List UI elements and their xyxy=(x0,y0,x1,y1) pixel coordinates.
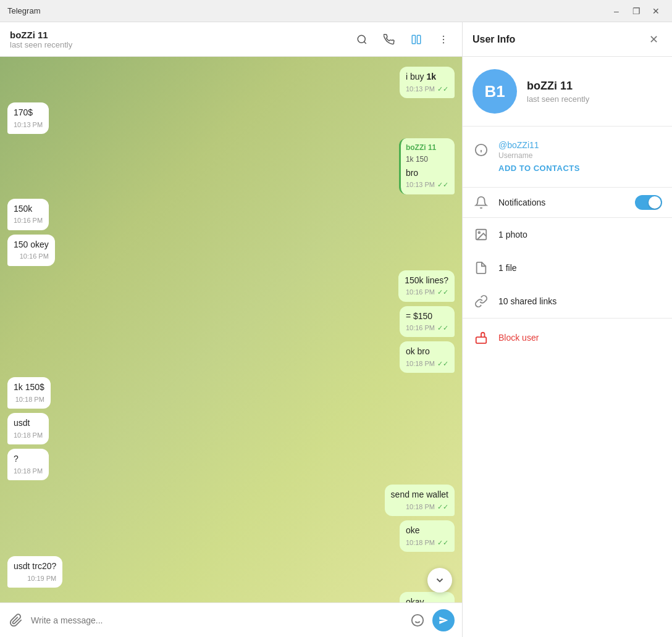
bell-icon xyxy=(472,194,490,211)
links-label: 10 shared links xyxy=(498,296,556,306)
call-icon[interactable] xyxy=(380,31,398,48)
table-row: 150 okey 10:16 PM xyxy=(7,235,455,266)
message-meta: 10:16 PM xyxy=(14,216,43,225)
table-row: 150k 10:16 PM xyxy=(7,199,455,230)
message-time: 10:18 PM xyxy=(14,467,43,476)
block-section: Block user xyxy=(463,318,672,357)
more-icon[interactable] xyxy=(435,31,452,48)
message-time: 10:16 PM xyxy=(20,252,49,261)
profile-details: boZZi 11 last seen recently xyxy=(527,80,589,104)
message-text: send me wallet xyxy=(391,489,448,499)
message-text: i buy 1k xyxy=(406,72,436,81)
message-time: 10:16 PM xyxy=(14,216,43,225)
message-time: 10:16 PM xyxy=(406,288,435,297)
photos-row[interactable]: 1 photo xyxy=(463,218,672,251)
media-section: 1 photo 1 file 10 shared links xyxy=(463,218,672,318)
minimize-button[interactable]: – xyxy=(608,4,625,18)
notifications-toggle[interactable] xyxy=(635,195,662,210)
user-profile-section: B1 boZZi 11 last seen recently xyxy=(463,57,672,127)
message-text: 150k lines? xyxy=(405,275,448,285)
chat-name: boZZi 11 xyxy=(10,30,348,40)
message-bubble: usdt 10:18 PM xyxy=(7,413,49,444)
table-row: i buy 1k 10:13 PM ✓✓ xyxy=(7,67,455,98)
svg-point-14 xyxy=(478,231,480,233)
message-meta: 10:16 PM xyxy=(14,252,49,261)
message-bubble: boZZi 11 1k 150 bro 10:13 PM ✓✓ xyxy=(399,138,455,194)
message-meta: 10:18 PM ✓✓ xyxy=(406,359,448,368)
message-meta: 10:18 PM ✓✓ xyxy=(406,538,448,547)
chat-status: last seen recently xyxy=(10,40,348,49)
message-input[interactable] xyxy=(31,615,403,625)
message-meta: 10:13 PM ✓✓ xyxy=(406,180,448,189)
svg-point-6 xyxy=(443,42,444,43)
message-ticks: ✓✓ xyxy=(437,359,448,368)
link-icon xyxy=(472,293,490,310)
table-row: send me wallet 10:18 PM ✓✓ xyxy=(7,485,455,516)
message-meta: 10:18 PM ✓✓ xyxy=(391,502,448,512)
profile-name: boZZi 11 xyxy=(527,80,589,93)
table-row: = $150 10:16 PM ✓✓ xyxy=(7,306,455,338)
titlebar: Telegram – ❐ ✕ xyxy=(0,0,672,22)
send-button[interactable] xyxy=(432,609,455,631)
message-time: 10:18 PM xyxy=(406,538,435,547)
chat-header-icons xyxy=(353,31,452,48)
username-value: @boZZi11 xyxy=(498,140,662,150)
message-meta: 10:13 PM ✓✓ xyxy=(406,85,448,94)
file-icon xyxy=(472,259,490,277)
message-text: 150k xyxy=(14,204,32,214)
svg-point-4 xyxy=(443,35,444,36)
user-info-header: User Info ✕ xyxy=(463,22,672,57)
maximize-button[interactable]: ❐ xyxy=(628,4,645,18)
user-info-panel: User Info ✕ B1 boZZi 11 last seen recent… xyxy=(462,22,672,637)
message-bubble: usdt trc20? 10:19 PM xyxy=(7,556,62,588)
message-bubble: 150 okey 10:16 PM xyxy=(7,235,55,266)
svg-rect-15 xyxy=(476,337,487,343)
chat-panel: boZZi 11 last seen recently xyxy=(0,22,462,637)
emoji-icon[interactable] xyxy=(409,612,426,629)
notifications-row: Notifications xyxy=(463,188,672,218)
message-ticks: ✓✓ xyxy=(437,85,448,94)
message-time: 10:18 PM xyxy=(15,395,44,404)
table-row: 1k 150$ 10:18 PM xyxy=(7,377,455,409)
links-row[interactable]: 10 shared links xyxy=(463,285,672,318)
message-text: usdt xyxy=(14,418,30,428)
attach-icon[interactable] xyxy=(7,612,25,629)
chat-header: boZZi 11 last seen recently xyxy=(0,22,462,57)
chat-messages-area[interactable]: i buy 1k 10:13 PM ✓✓ 170$ 10:13 PM xyxy=(0,57,462,602)
scroll-to-bottom-button[interactable] xyxy=(427,568,452,593)
close-user-info-button[interactable]: ✕ xyxy=(645,31,662,48)
block-user-row[interactable]: Block user xyxy=(463,321,672,354)
message-text: okay xyxy=(406,597,424,602)
block-label: Block user xyxy=(498,333,539,343)
profile-status: last seen recently xyxy=(527,94,589,104)
search-icon[interactable] xyxy=(353,31,371,48)
message-ticks: ✓✓ xyxy=(437,323,448,333)
message-time: 10:13 PM xyxy=(14,120,43,130)
block-icon xyxy=(472,329,490,346)
message-ticks: ✓✓ xyxy=(437,288,448,297)
close-window-button[interactable]: ✕ xyxy=(647,4,665,18)
message-text: = $150 xyxy=(406,311,432,321)
message-text: 150 okey xyxy=(14,239,49,249)
chat-header-info: boZZi 11 last seen recently xyxy=(10,30,348,49)
titlebar-controls: – ❐ ✕ xyxy=(608,4,665,18)
user-info-title: User Info xyxy=(472,34,645,45)
photos-label: 1 photo xyxy=(498,230,527,239)
quote-author: boZZi 11 xyxy=(406,143,448,153)
svg-rect-3 xyxy=(418,35,421,44)
chat-input-bar xyxy=(0,602,462,637)
message-meta: 10:18 PM xyxy=(14,431,43,440)
message-bubble: i buy 1k 10:13 PM ✓✓ xyxy=(400,67,455,98)
message-meta: 10:19 PM xyxy=(14,574,56,583)
message-text: bro xyxy=(406,168,418,178)
message-ticks: ✓✓ xyxy=(437,538,448,547)
message-bubble: okay 10:19 PM ✓✓ xyxy=(400,592,455,602)
message-time: 10:19 PM xyxy=(27,574,56,583)
message-bubble: 150k 10:16 PM xyxy=(7,199,49,230)
table-row: 150k lines? 10:16 PM ✓✓ xyxy=(7,270,455,302)
columns-icon[interactable] xyxy=(408,31,425,48)
table-row: usdt trc20? 10:19 PM xyxy=(7,556,455,588)
messages-content: i buy 1k 10:13 PM ✓✓ 170$ 10:13 PM xyxy=(7,67,455,602)
files-row[interactable]: 1 file xyxy=(463,251,672,285)
add-to-contacts-button[interactable]: ADD TO CONTACTS xyxy=(498,164,580,173)
